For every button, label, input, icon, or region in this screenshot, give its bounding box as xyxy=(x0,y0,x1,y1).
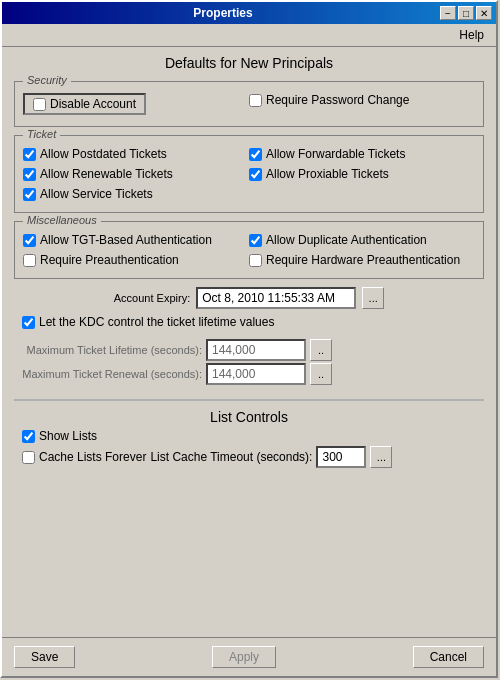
misc-col-left-2: Require Preauthentication xyxy=(23,250,249,270)
disable-account-row: Disable Account xyxy=(23,93,249,115)
list-cache-browse-button[interactable]: ... xyxy=(370,446,392,468)
cache-lists-label: Cache Lists Forever xyxy=(39,450,146,464)
minimize-button[interactable]: − xyxy=(440,6,456,20)
defaults-title: Defaults for New Principals xyxy=(14,55,484,71)
max-ticket-lifetime-row: Maximum Ticket Lifetime (seconds): .. xyxy=(22,339,476,361)
account-expiry-browse-button[interactable]: ... xyxy=(362,287,384,309)
ticket-row-1: Allow Postdated Tickets Allow Forwardabl… xyxy=(23,144,475,164)
disable-account-button[interactable]: Disable Account xyxy=(23,93,146,115)
misc-col-right-2: Require Hardware Preauthentication xyxy=(249,250,475,270)
security-col-right: Require Password Change xyxy=(249,90,475,118)
allow-postdated-checkbox[interactable] xyxy=(23,148,36,161)
ticket-col-right: Allow Forwardable Tickets xyxy=(249,144,475,164)
divider xyxy=(14,399,484,401)
save-button[interactable]: Save xyxy=(14,646,75,668)
max-ticket-lifetime-input[interactable] xyxy=(206,339,306,361)
allow-duplicate-row: Allow Duplicate Authentication xyxy=(249,233,475,247)
apply-button[interactable]: Apply xyxy=(212,646,276,668)
main-window: Properties − □ ✕ Help Defaults for New P… xyxy=(0,0,498,678)
allow-duplicate-checkbox[interactable] xyxy=(249,234,262,247)
cancel-button[interactable]: Cancel xyxy=(413,646,484,668)
cache-lists-checkbox[interactable] xyxy=(22,451,35,464)
allow-tgt-checkbox[interactable] xyxy=(23,234,36,247)
security-group-content: Disable Account Require Password Change xyxy=(23,86,475,118)
list-cache-row: Cache Lists Forever List Cache Timeout (… xyxy=(22,446,476,468)
ticket-group-content: Allow Postdated Tickets Allow Forwardabl… xyxy=(23,140,475,201)
allow-renewable-label: Allow Renewable Tickets xyxy=(40,167,173,181)
disable-account-checkbox[interactable] xyxy=(33,98,46,111)
allow-service-label: Allow Service Tickets xyxy=(40,187,153,201)
account-expiry-row: Account Expiry: ... xyxy=(14,287,484,309)
disable-account-label: Disable Account xyxy=(50,97,136,111)
max-ticket-lifetime-label: Maximum Ticket Lifetime (seconds): xyxy=(22,344,202,356)
miscellaneous-group: Miscellaneous Allow TGT-Based Authentica… xyxy=(14,221,484,279)
allow-proxiable-label: Allow Proxiable Tickets xyxy=(266,167,389,181)
max-ticket-lifetime-browse-button[interactable]: .. xyxy=(310,339,332,361)
max-ticket-renewal-label: Maximum Ticket Renewal (seconds): xyxy=(22,368,202,380)
ticket-col-left: Allow Postdated Tickets xyxy=(23,144,249,164)
help-menu-item[interactable]: Help xyxy=(451,26,492,44)
require-hardware-label: Require Hardware Preauthentication xyxy=(266,253,460,267)
show-lists-checkbox[interactable] xyxy=(22,430,35,443)
max-ticket-renewal-row: Maximum Ticket Renewal (seconds): .. xyxy=(22,363,476,385)
require-hardware-checkbox[interactable] xyxy=(249,254,262,267)
show-lists-row: Show Lists xyxy=(22,429,476,443)
ticket-row-2: Allow Renewable Tickets Allow Proxiable … xyxy=(23,164,475,184)
security-col-left: Disable Account xyxy=(23,90,249,118)
close-button[interactable]: ✕ xyxy=(476,6,492,20)
allow-service-row: Allow Service Tickets xyxy=(23,187,475,201)
title-bar: Properties − □ ✕ xyxy=(2,2,496,24)
max-ticket-renewal-input[interactable] xyxy=(206,363,306,385)
require-password-row: Require Password Change xyxy=(249,93,475,107)
kdc-row: Let the KDC control the ticket lifetime … xyxy=(22,315,476,329)
list-cache-timeout-label: List Cache Timeout (seconds): xyxy=(150,450,312,464)
allow-forwardable-row: Allow Forwardable Tickets xyxy=(249,147,475,161)
content-area: Defaults for New Principals Security Dis… xyxy=(2,47,496,637)
kdc-label: Let the KDC control the ticket lifetime … xyxy=(39,315,274,329)
max-ticket-renewal-browse-button[interactable]: .. xyxy=(310,363,332,385)
misc-row-2: Require Preauthentication Require Hardwa… xyxy=(23,250,475,270)
bottom-bar: Save Apply Cancel xyxy=(2,637,496,676)
misc-col-left: Allow TGT-Based Authentication xyxy=(23,230,249,250)
miscellaneous-group-content: Allow TGT-Based Authentication Allow Dup… xyxy=(23,226,475,270)
allow-proxiable-row: Allow Proxiable Tickets xyxy=(249,167,475,181)
allow-renewable-row: Allow Renewable Tickets xyxy=(23,167,249,181)
allow-postdated-row: Allow Postdated Tickets xyxy=(23,147,249,161)
allow-service-checkbox[interactable] xyxy=(23,188,36,201)
require-hardware-row: Require Hardware Preauthentication xyxy=(249,253,475,267)
allow-forwardable-label: Allow Forwardable Tickets xyxy=(266,147,405,161)
misc-col-right: Allow Duplicate Authentication xyxy=(249,230,475,250)
ticket-group-label: Ticket xyxy=(23,128,60,140)
security-group-label: Security xyxy=(23,74,71,86)
require-preauthentication-checkbox[interactable] xyxy=(23,254,36,267)
kdc-checkbox[interactable] xyxy=(22,316,35,329)
list-cache-timeout-input[interactable] xyxy=(316,446,366,468)
ticket-group: Ticket Allow Postdated Tickets Allow For… xyxy=(14,135,484,213)
allow-tgt-label: Allow TGT-Based Authentication xyxy=(40,233,212,247)
allow-renewable-checkbox[interactable] xyxy=(23,168,36,181)
restore-button[interactable]: □ xyxy=(458,6,474,20)
require-password-label: Require Password Change xyxy=(266,93,409,107)
account-expiry-input[interactable] xyxy=(196,287,356,309)
require-preauthentication-label: Require Preauthentication xyxy=(40,253,179,267)
account-expiry-label: Account Expiry: xyxy=(114,292,190,304)
title-bar-buttons: − □ ✕ xyxy=(440,6,492,20)
menu-bar: Help xyxy=(2,24,496,47)
allow-forwardable-checkbox[interactable] xyxy=(249,148,262,161)
allow-proxiable-checkbox[interactable] xyxy=(249,168,262,181)
window-title: Properties xyxy=(6,6,440,20)
allow-tgt-row: Allow TGT-Based Authentication xyxy=(23,233,249,247)
security-group: Security Disable Account xyxy=(14,81,484,127)
security-row: Disable Account Require Password Change xyxy=(23,90,475,118)
ticket-col-left-2: Allow Renewable Tickets xyxy=(23,164,249,184)
show-lists-label: Show Lists xyxy=(39,429,97,443)
require-password-checkbox[interactable] xyxy=(249,94,262,107)
allow-postdated-label: Allow Postdated Tickets xyxy=(40,147,167,161)
misc-row-1: Allow TGT-Based Authentication Allow Dup… xyxy=(23,230,475,250)
ticket-col-right-2: Allow Proxiable Tickets xyxy=(249,164,475,184)
ticket-rows: Maximum Ticket Lifetime (seconds): .. Ma… xyxy=(14,333,484,391)
list-controls-title: List Controls xyxy=(14,409,484,425)
list-controls-section: Show Lists Cache Lists Forever List Cach… xyxy=(14,429,484,468)
miscellaneous-group-label: Miscellaneous xyxy=(23,214,101,226)
require-preauthentication-row: Require Preauthentication xyxy=(23,253,249,267)
